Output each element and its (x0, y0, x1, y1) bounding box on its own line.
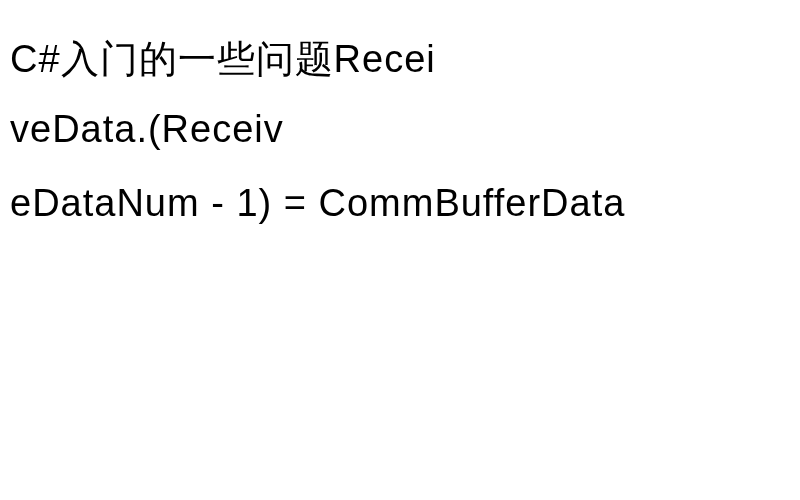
text-line-2: veData.(Receiv (10, 108, 284, 151)
document-page: C#入门的一些问题Recei veData.(Receiv eDataNum -… (0, 0, 800, 500)
text-line-3: eDataNum - 1) = CommBufferData (10, 182, 625, 225)
text-line-1: C#入门的一些问题Recei (10, 34, 436, 85)
